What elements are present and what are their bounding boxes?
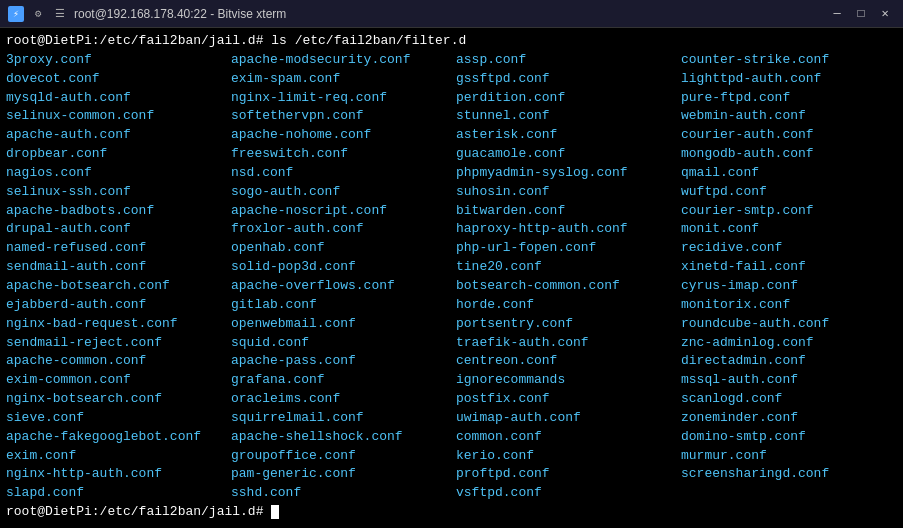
file-item: apache-noscript.conf [231,202,456,221]
window-title: root@192.168.178.40:22 - Bitvise xterm [74,7,286,21]
file-item: selinux-ssh.conf [6,183,231,202]
file-item: screensharingd.conf [681,465,903,484]
file-item: sieve.conf [6,409,231,428]
file-item: nginx-limit-req.conf [231,89,456,108]
file-item: assp.conf [456,51,681,70]
file-item: apache-nohome.conf [231,126,456,145]
file-item: botsearch-common.conf [456,277,681,296]
cursor [271,505,279,519]
file-item: squirrelmail.conf [231,409,456,428]
file-item: drupal-auth.conf [6,220,231,239]
file-item: kerio.conf [456,447,681,466]
menu-icon[interactable]: ☰ [52,6,68,22]
file-item: exim.conf [6,447,231,466]
file-item: courier-smtp.conf [681,202,903,221]
terminal: root@DietPi:/etc/fail2ban/jail.d# ls /et… [0,28,903,528]
file-item: dropbear.conf [6,145,231,164]
bottom-prompt-text: root@DietPi:/etc/fail2ban/jail.d# [6,504,271,519]
file-item: openwebmail.conf [231,315,456,334]
file-item: guacamole.conf [456,145,681,164]
file-item: postfix.conf [456,390,681,409]
file-item: ejabberd-auth.conf [6,296,231,315]
close-button[interactable]: ✕ [875,6,895,22]
file-item: uwimap-auth.conf [456,409,681,428]
file-item: softethervpn.conf [231,107,456,126]
file-item: groupoffice.conf [231,447,456,466]
file-item: centreon.conf [456,352,681,371]
file-item: horde.conf [456,296,681,315]
file-item: openhab.conf [231,239,456,258]
file-item: apache-shellshock.conf [231,428,456,447]
file-item: gitlab.conf [231,296,456,315]
file-item: pure-ftpd.conf [681,89,903,108]
file-item: suhosin.conf [456,183,681,202]
file-item: selinux-common.conf [6,107,231,126]
file-item: perdition.conf [456,89,681,108]
file-item: sshd.conf [231,484,456,503]
file-item: counter-strike.conf [681,51,903,70]
file-listing: 3proxy.confapache-modsecurity.confassp.c… [6,51,897,503]
file-item: bitwarden.conf [456,202,681,221]
file-item: pam-generic.conf [231,465,456,484]
file-item: stunnel.conf [456,107,681,126]
file-item: ignorecommands [456,371,681,390]
file-item: sendmail-auth.conf [6,258,231,277]
file-item: portsentry.conf [456,315,681,334]
file-item: monitorix.conf [681,296,903,315]
file-item: asterisk.conf [456,126,681,145]
file-item: slapd.conf [6,484,231,503]
file-item: gssftpd.conf [456,70,681,89]
file-item: znc-adminlog.conf [681,334,903,353]
file-item: traefik-auth.conf [456,334,681,353]
file-item: haproxy-http-auth.conf [456,220,681,239]
file-item: tine20.conf [456,258,681,277]
file-item: phpmyadmin-syslog.conf [456,164,681,183]
maximize-button[interactable]: □ [851,6,871,22]
file-item: apache-modsecurity.conf [231,51,456,70]
file-item: proftpd.conf [456,465,681,484]
file-item: nsd.conf [231,164,456,183]
file-item: nginx-http-auth.conf [6,465,231,484]
file-item: vsftpd.conf [456,484,681,503]
file-item: exim-common.conf [6,371,231,390]
file-item: monit.conf [681,220,903,239]
file-item: php-url-fopen.conf [456,239,681,258]
file-item: common.conf [456,428,681,447]
file-item: directadmin.conf [681,352,903,371]
file-item: solid-pop3d.conf [231,258,456,277]
file-item: zoneminder.conf [681,409,903,428]
prompt-line: root@DietPi:/etc/fail2ban/jail.d# ls /et… [6,32,897,51]
file-item [681,484,903,503]
file-item: apache-badbots.conf [6,202,231,221]
file-item: froxlor-auth.conf [231,220,456,239]
file-item: apache-overflows.conf [231,277,456,296]
gear-icon[interactable]: ⚙ [30,6,46,22]
file-item: nagios.conf [6,164,231,183]
file-item: named-refused.conf [6,239,231,258]
file-item: lighttpd-auth.conf [681,70,903,89]
file-item: oracleims.conf [231,390,456,409]
file-item: freeswitch.conf [231,145,456,164]
file-item: wuftpd.conf [681,183,903,202]
file-item: mssql-auth.conf [681,371,903,390]
file-item: scanlogd.conf [681,390,903,409]
file-item: nginx-bad-request.conf [6,315,231,334]
minimize-button[interactable]: ─ [827,6,847,22]
file-item: apache-pass.conf [231,352,456,371]
file-item: xinetd-fail.conf [681,258,903,277]
file-item: webmin-auth.conf [681,107,903,126]
file-item: nginx-botsearch.conf [6,390,231,409]
file-item: dovecot.conf [6,70,231,89]
file-item: mongodb-auth.conf [681,145,903,164]
file-item: qmail.conf [681,164,903,183]
file-item: mysqld-auth.conf [6,89,231,108]
file-item: murmur.conf [681,447,903,466]
file-item: exim-spam.conf [231,70,456,89]
file-item: roundcube-auth.conf [681,315,903,334]
file-item: courier-auth.conf [681,126,903,145]
file-item: sogo-auth.conf [231,183,456,202]
file-item: sendmail-reject.conf [6,334,231,353]
file-item: squid.conf [231,334,456,353]
file-item: grafana.conf [231,371,456,390]
file-item: recidive.conf [681,239,903,258]
